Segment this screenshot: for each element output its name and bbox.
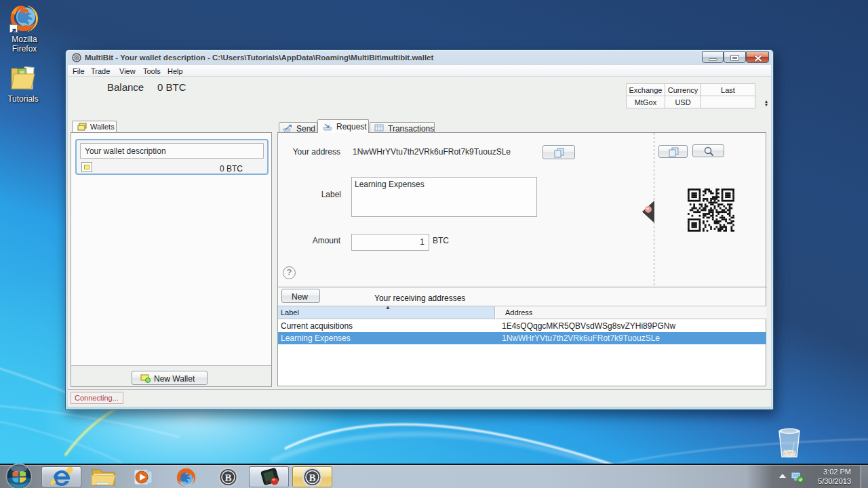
svg-text:B: B bbox=[309, 472, 315, 483]
svg-text:B: B bbox=[224, 472, 231, 483]
